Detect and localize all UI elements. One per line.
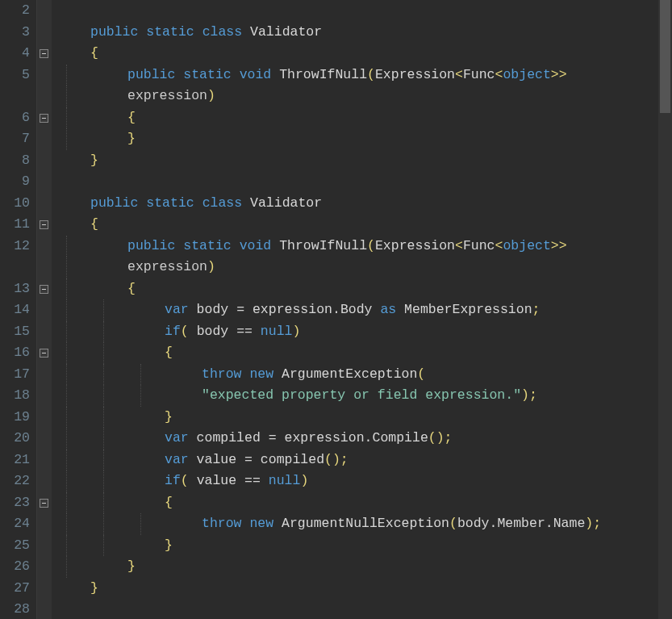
token: ) [292,324,300,339]
code-line[interactable]: } [53,128,672,150]
line-number-gutter: 2345678910111213141516171819202122232425… [0,0,37,619]
code-line[interactable]: } [53,556,672,578]
token: as [380,302,404,317]
token: = [244,452,261,467]
line-number: 26 [3,556,30,578]
code-line[interactable]: { [53,342,672,364]
token: < [455,238,463,253]
token: { [90,45,98,61]
code-line[interactable]: var compiled = expression.Compile(); [53,428,672,450]
token: Body [340,302,381,317]
token: public [127,238,183,253]
code-line[interactable]: { [53,214,672,236]
token: void [240,238,280,253]
code-line[interactable]: public static void ThrowIfNull(Expressio… [53,65,672,86]
token: null [261,324,293,339]
token: expression [127,259,207,274]
token: >> [551,67,567,82]
scrollbar-thumb[interactable] [660,0,670,113]
token: body [197,302,237,317]
token: if [165,324,181,339]
line-number [3,257,30,278]
token: } [90,580,98,596]
code-line[interactable]: throw new ArgumentException( [53,364,672,386]
token: ( [417,366,425,382]
line-number: 9 [3,171,30,193]
line-number: 27 [3,578,30,600]
token: { [165,495,173,510]
token: (); [324,452,349,467]
token: var [165,452,197,467]
token: public [90,24,146,40]
token: ; [532,302,541,317]
token: ( [367,67,375,82]
token: < [455,67,463,82]
token: ( [367,238,375,253]
token: ); [585,516,601,531]
line-number: 24 [3,513,30,535]
fold-toggle-icon[interactable] [40,220,48,229]
line-number: 25 [3,535,30,557]
code-line[interactable]: var body = expression.Body as MemberExpr… [53,299,672,321]
token: { [127,110,136,125]
code-line[interactable]: public static class Validator [53,22,672,44]
scrollbar-track[interactable] [658,0,672,619]
code-line[interactable]: if( body == null) [53,321,672,343]
code-line[interactable]: var value = compiled(); [53,450,672,471]
fold-column[interactable] [37,0,52,619]
line-number: 7 [3,128,30,150]
line-number: 8 [3,150,30,172]
code-line[interactable]: throw new ArgumentNullException(body.Mem… [53,513,672,535]
token: public [127,67,183,82]
code-line[interactable]: expression) [53,257,672,278]
line-number [3,86,30,107]
code-line[interactable]: } [53,407,672,429]
token: compiled [197,430,269,445]
code-editor[interactable]: 2345678910111213141516171819202122232425… [0,0,672,619]
code-line[interactable]: { [53,278,672,300]
token: "expected property or field expression." [202,387,521,403]
line-number: 15 [3,321,30,343]
code-area[interactable]: public static class Validator{public sta… [52,0,672,619]
code-line[interactable]: { [53,492,672,514]
token: body [457,516,490,531]
code-line[interactable]: } [53,535,672,557]
fold-toggle-icon[interactable] [40,114,48,123]
code-line[interactable]: expression) [53,86,672,107]
token: Expression [375,67,455,82]
vertical-scrollbar[interactable] [658,0,672,619]
fold-toggle-icon[interactable] [40,285,48,294]
token: == [236,324,261,339]
fold-toggle-icon[interactable] [40,49,48,58]
token: static [183,238,239,253]
token: var [165,302,197,317]
line-number: 4 [3,43,30,65]
code-line[interactable]: "expected property or field expression."… [53,385,672,407]
code-line[interactable] [53,599,672,619]
token: expression [253,302,332,317]
token: ( [181,473,197,488]
fold-toggle-icon[interactable] [40,499,48,508]
token: < [495,238,503,253]
fold-toggle-icon[interactable] [40,349,48,358]
token: { [165,345,173,360]
code-line[interactable]: { [53,43,672,65]
code-line[interactable]: } [53,150,672,172]
code-line[interactable] [53,0,672,22]
token: Member [497,516,545,531]
line-number: 19 [3,407,30,429]
token: throw [202,516,249,531]
code-line[interactable]: } [53,578,672,600]
line-number: 11 [3,214,30,236]
token: public [90,195,146,211]
code-line[interactable]: public static class Validator [53,193,672,215]
token: Compile [372,430,428,445]
code-line[interactable] [53,171,672,193]
code-line[interactable]: public static void ThrowIfNull(Expressio… [53,236,672,257]
code-line[interactable]: if( value == null) [53,471,672,492]
token: ThrowIfNull [279,67,367,82]
token: . [545,516,553,531]
code-line[interactable]: { [53,107,672,129]
line-number: 6 [3,107,30,129]
token: static [146,195,202,211]
